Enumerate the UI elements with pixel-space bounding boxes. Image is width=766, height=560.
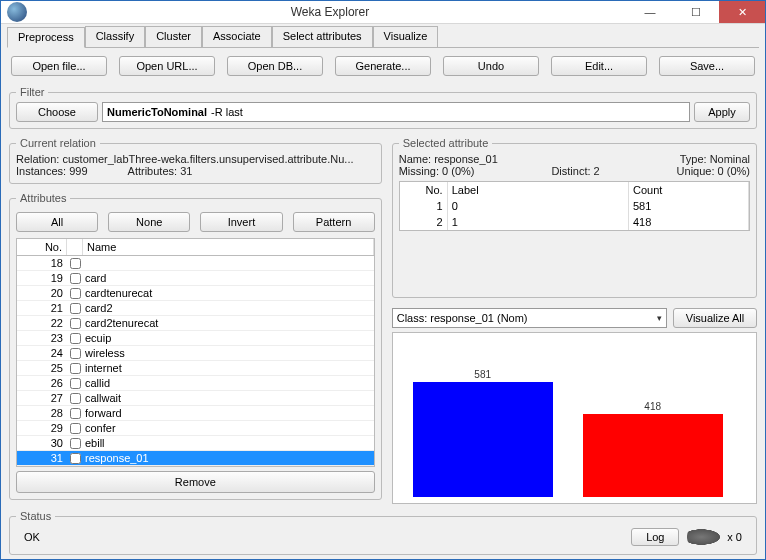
attr-row-check[interactable] bbox=[67, 378, 83, 389]
filter-name: NumericToNominal bbox=[107, 106, 207, 118]
attr-row[interactable]: 20cardtenurecat bbox=[17, 286, 374, 301]
tab-select-attributes[interactable]: Select attributes bbox=[272, 26, 373, 47]
generate-button[interactable]: Generate... bbox=[335, 56, 431, 76]
selected-attribute-group: Selected attribute Name: response_01 Typ… bbox=[392, 137, 757, 298]
attr-row-name: cardtenurecat bbox=[83, 287, 374, 299]
attr-row-check[interactable] bbox=[67, 423, 83, 434]
attr-row-check[interactable] bbox=[67, 363, 83, 374]
attr-all-button[interactable]: All bbox=[16, 212, 98, 232]
maximize-button[interactable]: ☐ bbox=[673, 1, 719, 23]
sel-distinct-value: 2 bbox=[594, 165, 600, 177]
open-db-button[interactable]: Open DB... bbox=[227, 56, 323, 76]
sel-type-label: Type: bbox=[680, 153, 707, 165]
attr-row[interactable]: 22card2tenurecat bbox=[17, 316, 374, 331]
attr-row-no: 22 bbox=[17, 317, 67, 329]
attr-row-name: internet bbox=[83, 362, 374, 374]
attr-row-check[interactable] bbox=[67, 453, 83, 464]
remove-button[interactable]: Remove bbox=[16, 471, 375, 493]
relation-value: customer_labThree-weka.filters.unsupervi… bbox=[62, 153, 353, 165]
visualize-all-button[interactable]: Visualize All bbox=[673, 308, 757, 328]
attr-row-no: 19 bbox=[17, 272, 67, 284]
edit-button[interactable]: Edit... bbox=[551, 56, 647, 76]
attr-row-name: callwait bbox=[83, 392, 374, 404]
save-button[interactable]: Save... bbox=[659, 56, 755, 76]
attribute-histogram: 581418 bbox=[392, 332, 757, 504]
attr-row-no: 26 bbox=[17, 377, 67, 389]
chart-bar bbox=[413, 382, 553, 497]
attr-list[interactable]: 1819card20cardtenurecat21card222card2ten… bbox=[16, 255, 375, 467]
attr-row-name: ebill bbox=[83, 437, 374, 449]
filter-choose-button[interactable]: Choose bbox=[16, 102, 98, 122]
tab-classify[interactable]: Classify bbox=[85, 26, 146, 47]
open-url-button[interactable]: Open URL... bbox=[119, 56, 215, 76]
attr-row[interactable]: 21card2 bbox=[17, 301, 374, 316]
attributes-count-label: Attributes: bbox=[128, 165, 178, 177]
close-button[interactable]: ✕ bbox=[719, 1, 765, 23]
attr-row[interactable]: 18 bbox=[17, 256, 374, 271]
attr-row[interactable]: 30ebill bbox=[17, 436, 374, 451]
status-counter: x 0 bbox=[727, 531, 742, 543]
app-icon bbox=[7, 2, 27, 22]
tab-cluster[interactable]: Cluster bbox=[145, 26, 202, 47]
titlebar: Weka Explorer — ☐ ✕ bbox=[1, 1, 765, 24]
attr-row[interactable]: 23ecuip bbox=[17, 331, 374, 346]
attr-row-name: callid bbox=[83, 377, 374, 389]
attr-row-check[interactable] bbox=[67, 333, 83, 344]
attr-row[interactable]: 26callid bbox=[17, 376, 374, 391]
attr-row-no: 18 bbox=[17, 257, 67, 269]
attr-row-name: ecuip bbox=[83, 332, 374, 344]
instances-value: 999 bbox=[69, 165, 87, 177]
attr-row-check[interactable] bbox=[67, 318, 83, 329]
attr-row-no: 27 bbox=[17, 392, 67, 404]
chevron-down-icon: ▾ bbox=[657, 313, 662, 323]
attr-col-no: No. bbox=[17, 239, 67, 255]
open-file-button[interactable]: Open file... bbox=[11, 56, 107, 76]
sel-distinct-label: Distinct: bbox=[551, 165, 590, 177]
attr-row-no: 28 bbox=[17, 407, 67, 419]
sel-col-label: Label bbox=[448, 182, 629, 198]
attr-row-check[interactable] bbox=[67, 348, 83, 359]
current-relation-legend: Current relation bbox=[16, 137, 100, 149]
attr-row-name: wireless bbox=[83, 347, 374, 359]
attr-none-button[interactable]: None bbox=[108, 212, 190, 232]
tab-associate[interactable]: Associate bbox=[202, 26, 272, 47]
selected-attribute-legend: Selected attribute bbox=[399, 137, 493, 149]
tab-visualize[interactable]: Visualize bbox=[373, 26, 439, 47]
attr-row-check[interactable] bbox=[67, 408, 83, 419]
attr-row[interactable]: 19card bbox=[17, 271, 374, 286]
current-relation-group: Current relation Relation: customer_labT… bbox=[9, 137, 382, 184]
filter-apply-button[interactable]: Apply bbox=[694, 102, 750, 122]
sel-missing-value: 0 (0%) bbox=[442, 165, 474, 177]
tab-preprocess[interactable]: Preprocess bbox=[7, 27, 85, 48]
attr-row-check[interactable] bbox=[67, 438, 83, 449]
minimize-button[interactable]: — bbox=[627, 1, 673, 23]
attr-row-check[interactable] bbox=[67, 258, 83, 269]
sel-name-label: Name: bbox=[399, 153, 431, 165]
attributes-group: Attributes All None Invert Pattern No. N… bbox=[9, 192, 382, 500]
attr-row[interactable]: 25internet bbox=[17, 361, 374, 376]
sel-col-count: Count bbox=[629, 182, 749, 198]
filter-text[interactable]: NumericToNominal -R last bbox=[102, 102, 690, 122]
attr-row[interactable]: 28forward bbox=[17, 406, 374, 421]
attr-row[interactable]: 31response_01 bbox=[17, 451, 374, 466]
sel-missing-label: Missing: bbox=[399, 165, 439, 177]
weka-bird-icon bbox=[687, 528, 723, 546]
attr-col-name: Name bbox=[83, 239, 374, 255]
attr-row-check[interactable] bbox=[67, 288, 83, 299]
attr-table-header: No. Name bbox=[16, 238, 375, 255]
log-button[interactable]: Log bbox=[631, 528, 679, 546]
attr-invert-button[interactable]: Invert bbox=[200, 212, 282, 232]
attr-row-no: 24 bbox=[17, 347, 67, 359]
attr-row-name: card2tenurecat bbox=[83, 317, 374, 329]
selected-table: No. Label Count 1058121418 bbox=[399, 181, 750, 231]
attr-row[interactable]: 24wireless bbox=[17, 346, 374, 361]
attr-row-check[interactable] bbox=[67, 303, 83, 314]
class-selector[interactable]: Class: response_01 (Nom) ▾ bbox=[392, 308, 667, 328]
attr-row-check[interactable] bbox=[67, 273, 83, 284]
attr-pattern-button[interactable]: Pattern bbox=[293, 212, 375, 232]
undo-button[interactable]: Undo bbox=[443, 56, 539, 76]
attr-row-check[interactable] bbox=[67, 393, 83, 404]
attr-row[interactable]: 29confer bbox=[17, 421, 374, 436]
chart-bar-label: 418 bbox=[583, 401, 723, 412]
attr-row[interactable]: 27callwait bbox=[17, 391, 374, 406]
